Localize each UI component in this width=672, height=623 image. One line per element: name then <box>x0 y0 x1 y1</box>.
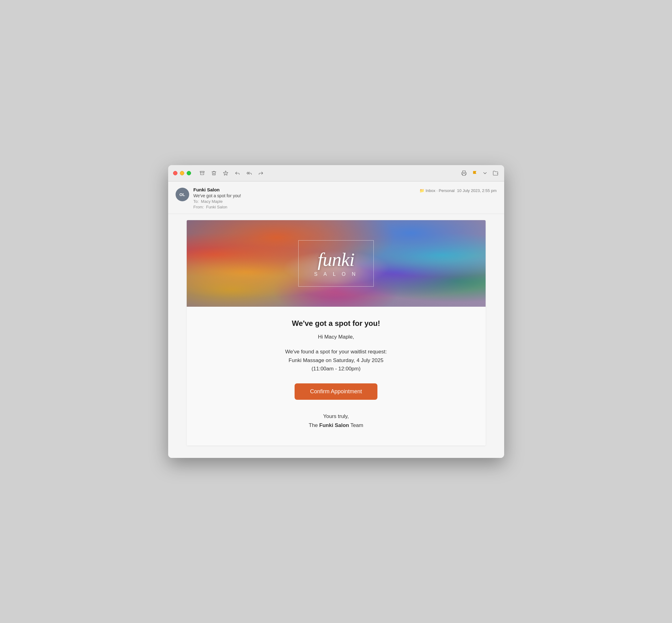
maximize-button[interactable] <box>187 171 191 175</box>
close-button[interactable] <box>173 171 177 175</box>
minimize-button[interactable] <box>180 171 184 175</box>
archive-button[interactable] <box>198 170 206 177</box>
to-label: To: <box>193 199 199 204</box>
confirm-appointment-button[interactable]: Confirm Appointment <box>295 383 377 400</box>
from-field: From: Funki Salon <box>193 205 241 209</box>
hero-logo: funki S A L O N <box>298 240 374 287</box>
subject-line: We've got a spot for you! <box>193 193 241 198</box>
to-field: To: Macy Maple <box>193 199 241 204</box>
logo-salon-text: S A L O N <box>314 271 358 277</box>
email-card: funki S A L O N We've got a spot for you… <box>187 220 486 445</box>
body-line3: (11:00am - 12:00pm) <box>312 366 361 372</box>
email-body-wrapper: funki S A L O N We've got a spot for you… <box>168 214 504 457</box>
sign-off-pre: The <box>309 422 319 428</box>
traffic-lights <box>173 171 191 175</box>
sign-off-line1: Yours truly, <box>323 413 349 419</box>
sender-details: Funki Salon We've got a spot for you! To… <box>193 187 241 209</box>
toolbar-icons <box>198 170 265 177</box>
email-heading: We've got a spot for you! <box>205 319 467 328</box>
junk-button[interactable] <box>222 170 230 177</box>
email-greeting: Hi Macy Maple, <box>205 334 467 340</box>
flag-button[interactable] <box>471 170 478 177</box>
inbox-text: Inbox · Personal <box>426 188 455 193</box>
sender-info: OL Funki Salon We've got a spot for you!… <box>176 187 241 209</box>
folder-icon: 📁 <box>420 188 424 193</box>
delete-button[interactable] <box>210 170 218 177</box>
from-label: From: <box>193 205 204 209</box>
email-date: 10 July 2023, 2:55 pm <box>457 188 497 193</box>
to-value: Macy Maple <box>201 199 222 204</box>
hero-image: funki S A L O N <box>187 220 486 307</box>
sign-off-post: Team <box>349 422 363 428</box>
email-sign-off: Yours truly, The Funki Salon Team <box>205 412 467 430</box>
reply-all-button[interactable] <box>245 170 253 177</box>
sender-name: Funki Salon <box>193 187 241 192</box>
from-value: Funki Salon <box>206 205 227 209</box>
body-line1: We've found a spot for your waitlist req… <box>285 349 387 355</box>
toolbar-right <box>460 170 499 177</box>
email-meta: 📁 Inbox · Personal 10 July 2023, 2:55 pm <box>420 188 497 193</box>
avatar: OL <box>176 188 189 201</box>
dropdown-button[interactable] <box>481 170 489 177</box>
hero-logo-border: funki S A L O N <box>298 240 374 287</box>
reply-button[interactable] <box>234 170 241 177</box>
title-bar <box>168 165 504 181</box>
sign-off-line2: The Funki Salon Team <box>309 422 363 428</box>
logo-funki-text: funki <box>318 250 355 269</box>
body-line2: Funki Massage on Saturday, 4 July 2025 <box>289 357 384 363</box>
email-window: OL Funki Salon We've got a spot for you!… <box>168 165 504 457</box>
forward-button[interactable] <box>257 170 265 177</box>
email-body-text: We've found a spot for your waitlist req… <box>205 348 467 373</box>
sign-off-bold: Funki Salon <box>319 422 349 428</box>
inbox-label: 📁 Inbox · Personal <box>420 188 455 193</box>
folder-button[interactable] <box>492 170 499 177</box>
print-button[interactable] <box>460 170 468 177</box>
email-header: OL Funki Salon We've got a spot for you!… <box>168 181 504 214</box>
svg-rect-0 <box>200 171 204 172</box>
email-content: We've got a spot for you! Hi Macy Maple,… <box>187 307 486 445</box>
svg-rect-4 <box>462 174 465 176</box>
